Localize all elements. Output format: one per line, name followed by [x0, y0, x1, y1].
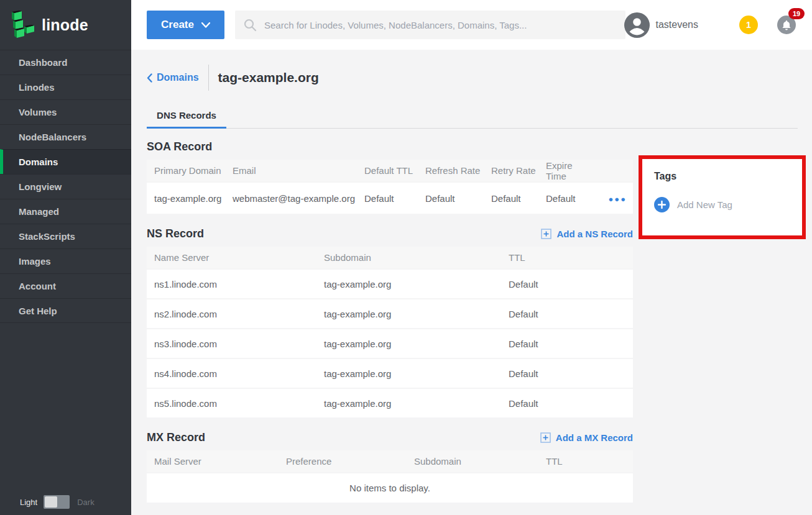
sidebar-item-dashboard[interactable]: Dashboard	[0, 50, 131, 75]
ns-col-ttl: TTL	[501, 247, 633, 269]
ns-ttl: Default	[501, 269, 633, 299]
ns-name-server: ns3.linode.com	[147, 329, 316, 358]
add-ns-record-label: Add a NS Record	[556, 229, 633, 239]
add-new-tag-button[interactable]: Add New Tag	[654, 197, 802, 212]
ns-row: ns3.linode.com tag-example.org Default	[147, 329, 633, 358]
soa-col-default-ttl: Default TTL	[357, 160, 418, 182]
ns-ttl: Default	[501, 299, 633, 329]
mx-empty-row: No items to display.	[147, 473, 633, 503]
mx-empty-message: No items to display.	[147, 473, 633, 503]
sidebar-item-volumes[interactable]: Volumes	[0, 99, 131, 124]
sidebar-item-label: Longview	[19, 181, 62, 192]
chevron-left-icon	[147, 73, 152, 83]
soa-col-actions	[594, 160, 633, 182]
sidebar-item-managed[interactable]: Managed	[0, 199, 131, 224]
mx-col-subdomain: Subdomain	[407, 450, 538, 473]
tab-label: DNS Records	[157, 110, 216, 121]
notifications: 19	[777, 16, 796, 34]
bell-glyph-icon	[782, 20, 791, 30]
status-badge-count: 1	[746, 20, 751, 30]
sidebar-item-label: Images	[19, 256, 51, 267]
sidebar-item-longview[interactable]: Longview	[0, 174, 131, 199]
ellipsis-menu-icon[interactable]: ●●●	[608, 194, 633, 204]
theme-label-light: Light	[20, 498, 37, 507]
sidebar: linode Dashboard Linodes Volumes NodeBal…	[0, 0, 131, 515]
mx-heading: MX Record	[147, 431, 205, 444]
soa-col-email: Email	[225, 160, 357, 182]
ns-table: Name Server Subdomain TTL ns1.linode.com…	[147, 247, 633, 419]
create-button-label: Create	[161, 19, 194, 31]
ns-ttl: Default	[501, 358, 633, 388]
tags-heading: Tags	[654, 171, 802, 182]
mx-header-row: Mail Server Preference Subdomain TTL	[147, 450, 633, 473]
sidebar-item-get-help[interactable]: Get Help	[0, 298, 131, 323]
linode-logo[interactable]: linode	[0, 0, 131, 50]
breadcrumb-back-link[interactable]: Domains	[147, 72, 199, 83]
breadcrumb-back-label: Domains	[157, 72, 199, 83]
theme-toggle-knob	[45, 496, 57, 508]
plus-glyph-icon	[658, 201, 666, 209]
sidebar-item-label: Domains	[19, 157, 58, 167]
soa-default-ttl: Default	[357, 182, 418, 214]
ns-name-server: ns1.linode.com	[147, 269, 316, 299]
sidebar-item-label: Get Help	[19, 306, 57, 316]
ns-subdomain: tag-example.org	[316, 358, 501, 388]
theme-toggle-switch[interactable]	[44, 495, 70, 509]
mx-col-preference: Preference	[279, 450, 407, 473]
soa-retry-rate: Default	[484, 182, 538, 214]
notification-count-badge: 19	[788, 8, 805, 19]
top-header: Create tastevens 1	[131, 0, 812, 50]
soa-email: webmaster@tag-example.org	[225, 182, 357, 214]
sidebar-item-label: NodeBalancers	[19, 132, 86, 142]
sidebar-nav: Dashboard Linodes Volumes NodeBalancers …	[0, 50, 131, 323]
ns-header-row: Name Server Subdomain TTL	[147, 247, 633, 269]
soa-refresh-rate: Default	[418, 182, 484, 214]
search-icon	[244, 19, 257, 32]
ns-name-server: ns5.linode.com	[147, 388, 316, 418]
ns-row: ns4.linode.com tag-example.org Default	[147, 358, 633, 388]
page-title: tag-example.org	[218, 70, 319, 85]
sidebar-item-account[interactable]: Account	[0, 273, 131, 298]
global-search[interactable]	[235, 11, 625, 39]
ns-section-head: NS Record Add a NS Record	[147, 227, 633, 240]
ns-col-name-server: Name Server	[147, 247, 316, 269]
soa-section-head: SOA Record	[147, 140, 633, 153]
breadcrumb-divider	[208, 65, 209, 91]
main-content: Domains tag-example.org DNS Records SOA …	[131, 50, 812, 515]
plus-square-icon	[540, 432, 551, 443]
search-input[interactable]	[264, 20, 617, 30]
tab-dns-records[interactable]: DNS Records	[147, 104, 226, 129]
sidebar-item-label: Linodes	[19, 82, 55, 93]
soa-col-expire-time: Expire Time	[538, 160, 594, 182]
avatar[interactable]	[624, 12, 650, 38]
sidebar-item-nodebalancers[interactable]: NodeBalancers	[0, 124, 131, 149]
ns-subdomain: tag-example.org	[316, 329, 501, 358]
sidebar-item-domains[interactable]: Domains	[0, 149, 131, 174]
add-mx-record-button[interactable]: Add a MX Record	[540, 432, 633, 443]
ns-ttl: Default	[501, 329, 633, 358]
soa-table: Primary Domain Email Default TTL Refresh…	[147, 160, 633, 215]
logo-wordmark: linode	[42, 16, 88, 34]
soa-header-row: Primary Domain Email Default TTL Refresh…	[147, 160, 633, 182]
sidebar-item-label: Volumes	[19, 107, 57, 117]
notification-count: 19	[793, 10, 800, 17]
sidebar-item-linodes[interactable]: Linodes	[0, 75, 131, 99]
ns-name-server: ns4.linode.com	[147, 358, 316, 388]
mx-col-ttl: TTL	[538, 450, 633, 473]
ns-row: ns2.linode.com tag-example.org Default	[147, 299, 633, 329]
sidebar-item-stackscripts[interactable]: StackScripts	[0, 224, 131, 248]
add-new-tag-label: Add New Tag	[677, 199, 732, 210]
ns-row: ns5.linode.com tag-example.org Default	[147, 388, 633, 418]
soa-col-refresh-rate: Refresh Rate	[418, 160, 484, 182]
add-ns-record-button[interactable]: Add a NS Record	[541, 229, 633, 239]
soa-row: tag-example.org webmaster@tag-example.or…	[147, 182, 633, 214]
soa-heading: SOA Record	[147, 140, 212, 153]
sidebar-item-label: Account	[19, 281, 56, 291]
user-icon	[624, 12, 650, 38]
status-badge[interactable]: 1	[739, 16, 758, 34]
soa-primary-domain: tag-example.org	[147, 182, 225, 214]
add-mx-record-label: Add a MX Record	[556, 432, 633, 443]
create-button[interactable]: Create	[147, 11, 224, 39]
sidebar-item-images[interactable]: Images	[0, 248, 131, 273]
sidebar-item-label: Dashboard	[19, 57, 67, 68]
